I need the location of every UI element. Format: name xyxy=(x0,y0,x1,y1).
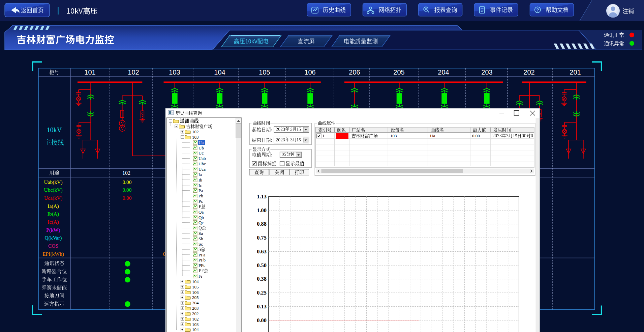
svg-text:PFc: PFc xyxy=(198,263,205,268)
svg-text:1.00: 1.00 xyxy=(257,207,267,214)
svg-text:106: 106 xyxy=(192,290,199,295)
svg-text:Ua: Ua xyxy=(430,133,435,138)
svg-text:Ub: Ub xyxy=(198,145,204,150)
svg-text:104: 104 xyxy=(192,327,199,332)
svg-text:105: 105 xyxy=(192,284,199,289)
svg-text:Qa: Qa xyxy=(198,210,204,215)
svg-text:0.38: 0.38 xyxy=(257,276,267,282)
svg-text:V: V xyxy=(121,126,124,131)
svg-text:Ua: Ua xyxy=(198,140,204,145)
svg-text:Uca(kV): Uca(kV) xyxy=(44,195,62,201)
svg-text:205: 205 xyxy=(192,295,199,300)
svg-text:204: 204 xyxy=(438,68,449,76)
svg-text:0.00: 0.00 xyxy=(472,133,480,138)
svg-text:Sa: Sa xyxy=(198,231,203,236)
svg-text:202: 202 xyxy=(523,68,534,76)
svg-text:1: 1 xyxy=(323,133,325,138)
svg-text:?: ? xyxy=(536,7,539,12)
svg-text:1.13: 1.13 xyxy=(257,193,267,200)
svg-text:102: 102 xyxy=(192,316,199,322)
svg-text:Sb: Sb xyxy=(198,236,203,241)
svg-text:0.63: 0.63 xyxy=(257,248,267,255)
svg-text:PFb: PFb xyxy=(198,257,206,262)
svg-text:104: 104 xyxy=(192,279,199,284)
svg-text:10kV: 10kV xyxy=(47,126,62,134)
svg-text:201: 201 xyxy=(570,68,581,76)
svg-text:Fr: Fr xyxy=(198,274,203,279)
svg-text:0.13: 0.13 xyxy=(257,303,267,310)
svg-text:Ubc: Ubc xyxy=(198,161,206,166)
svg-text:Qb: Qb xyxy=(198,215,204,220)
svg-text:Pa: Pa xyxy=(198,188,203,193)
svg-text:102: 102 xyxy=(122,170,130,176)
svg-text:Ia(A): Ia(A) xyxy=(48,203,59,209)
svg-text:Uca: Uca xyxy=(198,167,206,172)
svg-text:0.25: 0.25 xyxy=(257,289,267,296)
svg-text:0.00: 0.00 xyxy=(122,195,131,201)
svg-text:103: 103 xyxy=(192,135,199,140)
svg-text:203: 203 xyxy=(481,68,492,76)
svg-text:Uab: Uab xyxy=(198,156,206,161)
svg-text:EPI(kWh): EPI(kWh) xyxy=(42,251,64,257)
svg-text:0.50: 0.50 xyxy=(257,262,267,269)
svg-text:Ic(A): Ic(A) xyxy=(48,219,59,225)
svg-text:205: 205 xyxy=(393,68,404,76)
svg-text:204: 204 xyxy=(192,300,199,305)
svg-text:Ib(A): Ib(A) xyxy=(48,211,59,217)
svg-text:Ib: Ib xyxy=(198,177,202,183)
svg-text:P(kW): P(kW) xyxy=(46,227,60,233)
svg-text:Ia: Ia xyxy=(198,172,202,177)
svg-text:Uc: Uc xyxy=(198,150,204,156)
svg-text:206: 206 xyxy=(349,68,360,76)
svg-text:0.00: 0.00 xyxy=(257,317,267,324)
svg-text:104: 104 xyxy=(214,68,225,76)
svg-text:Sc: Sc xyxy=(198,242,203,247)
svg-text:0.75: 0.75 xyxy=(257,234,267,241)
svg-text:V: V xyxy=(121,121,124,126)
svg-text:Pb: Pb xyxy=(198,193,203,198)
svg-text:105: 105 xyxy=(259,68,270,76)
svg-text:Pc: Pc xyxy=(198,199,203,204)
svg-text:Ic: Ic xyxy=(198,183,202,188)
svg-text:203: 203 xyxy=(192,306,199,311)
svg-text:103: 103 xyxy=(169,68,180,76)
svg-text:Q(kVar): Q(kVar) xyxy=(45,235,62,241)
svg-text:PFa: PFa xyxy=(198,252,205,257)
svg-text:102: 102 xyxy=(128,68,139,76)
svg-text:COS: COS xyxy=(48,243,58,249)
svg-text:103: 103 xyxy=(390,133,397,138)
svg-text:0.00: 0.00 xyxy=(122,179,131,185)
svg-text:202: 202 xyxy=(192,311,199,316)
svg-text:0.88: 0.88 xyxy=(257,221,267,227)
svg-text:103: 103 xyxy=(192,322,199,327)
svg-text:0.00: 0.00 xyxy=(122,187,131,193)
svg-text:102: 102 xyxy=(192,129,199,134)
svg-text:Qc: Qc xyxy=(198,220,204,225)
svg-text:Ubc(kV): Ubc(kV) xyxy=(44,187,62,193)
svg-text:Uab(kV): Uab(kV) xyxy=(44,179,62,185)
svg-text:106: 106 xyxy=(304,68,315,76)
svg-text:101: 101 xyxy=(84,68,95,76)
